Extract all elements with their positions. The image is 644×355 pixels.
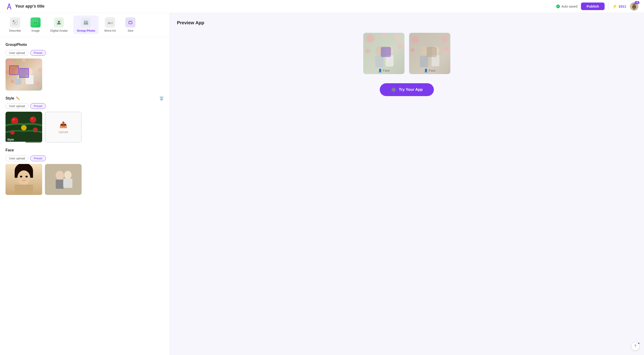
group-photo-tab-label: Group Photo: [77, 29, 95, 32]
face-images-row: [6, 164, 164, 195]
svg-point-47: [20, 176, 22, 178]
style-section: Style ✏️ 🗑️ User upload Preset: [6, 96, 164, 143]
tab-group-photo[interactable]: Group Photo: [73, 16, 99, 34]
group-photo-tabs: User upload Preset: [6, 50, 164, 56]
preview-face-placeholder-1: [381, 47, 391, 57]
user-avatar-wrapper[interactable]: +5: [630, 2, 638, 11]
logo-icon: [6, 3, 13, 10]
lightning-icon: ⚡: [612, 4, 617, 9]
svg-point-41: [32, 118, 33, 120]
header-right: Auto saved Publish ⚡ 1011 +5: [556, 2, 638, 11]
svg-point-26: [22, 59, 26, 62]
publish-button[interactable]: Publish: [581, 3, 604, 10]
svg-point-48: [26, 176, 28, 178]
face-tabs: User upload Preset: [6, 156, 164, 161]
tab-describe[interactable]: Describe: [6, 16, 24, 34]
svg-rect-72: [420, 56, 428, 67]
try-your-app-button[interactable]: ✳️ Try Your App: [380, 83, 434, 96]
preview-card-2-label-text: Face: [429, 69, 436, 72]
preview-cards: 👤 Face: [177, 33, 637, 74]
style-tabs: User upload Preset: [6, 103, 164, 109]
left-panel: Describe Image: [0, 13, 170, 355]
try-icon: ✳️: [391, 87, 396, 92]
face-preset-btn[interactable]: Preset: [30, 156, 46, 161]
style-edit-icon[interactable]: ✏️: [16, 97, 20, 100]
tab-size[interactable]: Size: [121, 16, 140, 34]
style-upload-box[interactable]: 📤 Upload: [45, 112, 82, 143]
left-content: GroupPhoto User upload Preset: [0, 37, 169, 355]
svg-point-58: [394, 34, 401, 41]
group-photo-user-upload-btn[interactable]: User upload: [6, 50, 28, 56]
preview-card-2-label: 👤 Face: [424, 69, 436, 72]
word-art-icon: AI ART: [107, 19, 113, 26]
svg-rect-51: [45, 164, 82, 195]
preview-card-2: 👤 Face: [409, 33, 450, 74]
group-photo-tab-icon: [81, 18, 91, 28]
svg-point-25: [38, 68, 42, 72]
preview-card-1-label: 👤 Face: [378, 69, 390, 72]
header-left: Your app's title: [6, 3, 44, 10]
svg-rect-31: [17, 76, 19, 79]
svg-text:ART: ART: [110, 22, 113, 24]
digital-avatar-tab-icon: [54, 18, 64, 28]
svg-point-70: [410, 48, 414, 52]
svg-point-59: [397, 44, 403, 49]
style-image-1[interactable]: Style: [6, 112, 42, 143]
svg-point-52: [56, 171, 64, 180]
face-user-upload-btn[interactable]: User upload: [6, 156, 28, 161]
avatar-icon: [56, 19, 62, 26]
auto-saved-icon: [556, 5, 560, 8]
auto-saved-status: Auto saved: [556, 5, 577, 8]
try-app-label: Try Your App: [399, 87, 423, 92]
svg-point-60: [366, 49, 370, 54]
upload-label: Upload: [58, 130, 68, 134]
style-header-left: Style ✏️: [6, 96, 20, 101]
size-tab-icon: [125, 18, 136, 28]
face-title: Face: [6, 148, 164, 152]
image-tab-label: Image: [32, 29, 40, 32]
face-icon-1: 👤: [378, 69, 382, 72]
image-tab-icon: [30, 18, 40, 28]
tab-word-art[interactable]: AI ART Word Art: [100, 16, 120, 34]
svg-point-40: [13, 119, 15, 121]
svg-point-67: [411, 36, 418, 43]
couple-svg: [45, 164, 82, 195]
small-couple-bg: [45, 164, 82, 195]
face-image-1: [6, 164, 42, 195]
tab-digital-avatar[interactable]: Digital Avatar: [46, 16, 71, 34]
style-preset-btn[interactable]: Preset: [30, 103, 46, 109]
preview-title: Preview App: [177, 20, 637, 26]
style-header: Style ✏️ 🗑️: [6, 96, 164, 101]
svg-point-36: [30, 117, 36, 123]
preview-face-placeholder-2: [427, 47, 437, 57]
svg-point-27: [10, 80, 14, 83]
style-images-row: Style 📤 Upload: [6, 112, 164, 143]
svg-point-23: [35, 59, 40, 65]
svg-point-28: [35, 81, 40, 86]
help-button[interactable]: ?: [631, 342, 640, 350]
group-icon: [83, 19, 89, 26]
svg-point-37: [21, 125, 26, 131]
preview-card-1: 👤 Face: [363, 33, 404, 74]
svg-rect-9: [33, 21, 38, 24]
word-art-tab-icon: AI ART: [105, 18, 115, 28]
digital-avatar-tab-label: Digital Avatar: [50, 29, 68, 32]
right-panel: Preview App: [170, 13, 644, 355]
word-art-tab-label: Word Art: [104, 29, 116, 32]
svg-rect-55: [63, 179, 72, 188]
credits-count: 1011: [618, 4, 626, 8]
header-divider: [608, 3, 608, 10]
upload-icon: 📤: [59, 121, 68, 128]
face-image-2: [45, 164, 82, 195]
svg-point-69: [444, 46, 450, 51]
size-icon: [127, 19, 134, 26]
auto-saved-label: Auto saved: [561, 5, 577, 8]
tab-image[interactable]: Image: [26, 16, 45, 34]
svg-point-68: [442, 36, 448, 42]
style-user-upload-btn[interactable]: User upload: [6, 103, 28, 109]
group-photo-preset-btn[interactable]: Preset: [30, 50, 46, 56]
group-photo-title: GroupPhoto: [6, 43, 164, 47]
style-delete-icon[interactable]: 🗑️: [159, 96, 164, 101]
svg-rect-50: [15, 185, 33, 195]
face-icon-2: 👤: [424, 69, 428, 72]
